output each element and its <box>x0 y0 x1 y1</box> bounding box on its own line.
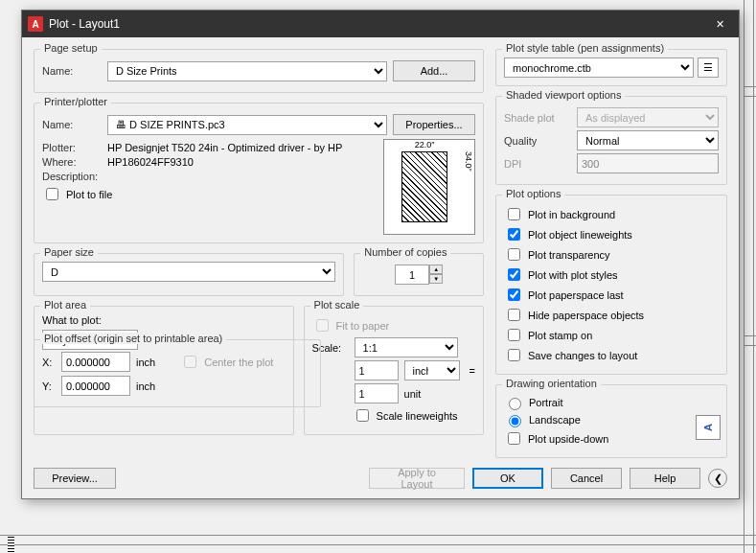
plot-offset-legend: Plot offset (origin set to printable are… <box>40 333 226 344</box>
portrait-radio[interactable]: Portrait <box>504 395 719 410</box>
close-button[interactable]: ✕ <box>700 11 739 37</box>
inch-label-x: inch <box>136 357 155 368</box>
plot-scale-legend: Plot scale <box>310 299 364 311</box>
plot-paperspace-last-check[interactable]: Plot paperspace last <box>504 286 719 304</box>
plot-background-check[interactable]: Plot in background <box>504 205 719 223</box>
copies-legend: Number of copies <box>360 246 450 258</box>
app-icon: A <box>28 16 43 32</box>
plot-scale-group: Plot scale Fit to paper Scale:1:1 inches… <box>304 306 484 435</box>
expand-button[interactable]: ❮ <box>708 469 727 488</box>
plot-style-legend: Plot style table (pen assignments) <box>502 42 668 54</box>
scale-unit-select[interactable]: inches <box>404 360 460 380</box>
title: Plot - Layout1 <box>49 17 700 31</box>
quality-label: Quality <box>504 135 571 147</box>
dpi-label: DPI <box>504 158 571 170</box>
paper-legend: Paper size <box>40 246 98 258</box>
page-setup-legend: Page setup <box>40 42 102 54</box>
printer-name-label: Name: <box>42 119 102 130</box>
landscape-radio[interactable]: Landscape <box>504 412 719 427</box>
inch-label-y: inch <box>136 380 155 392</box>
shaded-viewport-group: Shaded viewport options Shade plotAs dis… <box>495 96 727 185</box>
orientation-icon: A <box>696 415 721 440</box>
copies-input[interactable] <box>395 265 429 285</box>
what-to-plot-label: What to plot: <box>42 314 286 326</box>
scale-lineweights-check[interactable]: Scale lineweights <box>353 406 475 425</box>
shaded-legend: Shaded viewport options <box>502 89 625 101</box>
chevron-left-icon: ❮ <box>714 472 722 485</box>
plotter-label: Plotter: <box>42 142 102 153</box>
orientation-legend: Drawing orientation <box>502 378 601 389</box>
page-setup-name-select[interactable]: D Size Prints <box>107 61 387 81</box>
plot-lineweights-check[interactable]: Plot object lineweights <box>504 225 719 243</box>
hide-paperspace-check[interactable]: Hide paperspace objects <box>504 306 719 324</box>
copies-group: Number of copies ▲▼ <box>354 253 484 296</box>
fit-to-paper-check[interactable]: Fit to paper <box>312 316 475 334</box>
plotter-value: HP Designjet T520 24in - Optimized drive… <box>107 142 342 153</box>
table-icon: ☰ <box>703 61 713 74</box>
ok-button[interactable]: OK <box>472 468 543 489</box>
center-plot-check[interactable]: Center the plot <box>180 353 273 371</box>
titlebar[interactable]: A Plot - Layout1 ✕ <box>22 11 739 37</box>
paper-size-group: Paper size D <box>34 253 344 296</box>
shade-plot-select: As displayed <box>577 107 719 127</box>
plot-area-legend: Plot area <box>40 299 90 311</box>
paper-preview: 22.0″ 34.0″ <box>383 139 475 235</box>
save-changes-check[interactable]: Save changes to layout <box>504 346 719 364</box>
edit-plot-style-button[interactable]: ☰ <box>698 58 719 78</box>
scale-val1-input[interactable] <box>355 360 399 380</box>
plot-styles-check[interactable]: Plot with plot styles <box>504 265 719 284</box>
plot-to-file-check[interactable]: Plot to file <box>42 185 376 203</box>
where-label: Where: <box>42 156 102 168</box>
name-label: Name: <box>42 65 102 77</box>
preview-width: 22.0″ <box>401 140 447 150</box>
printer-group: Printer/plotter Name: 🖶 D SIZE PRINTS.pc… <box>34 103 484 243</box>
footer: Preview... Apply to Layout OK Cancel Hel… <box>22 468 739 498</box>
offset-x-input[interactable] <box>61 352 130 372</box>
where-value: HP186024FF9310 <box>107 156 194 168</box>
copies-spinner[interactable]: ▲▼ <box>395 265 443 285</box>
equals: = <box>470 365 475 377</box>
paper-size-select[interactable]: D <box>42 262 335 282</box>
dpi-input <box>577 153 719 173</box>
shade-plot-label: Shade plot <box>504 112 571 124</box>
plot-options-legend: Plot options <box>502 188 564 199</box>
y-label: Y: <box>42 380 56 392</box>
properties-button[interactable]: Properties... <box>393 114 475 135</box>
spin-up-icon[interactable]: ▲ <box>429 265 443 274</box>
spin-down-icon[interactable]: ▼ <box>429 274 443 284</box>
plot-dialog: A Plot - Layout1 ✕ Page setup Name: D Si… <box>21 10 740 499</box>
plot-transparency-check[interactable]: Plot transparency <box>504 245 719 264</box>
orientation-group: Drawing orientation Portrait Landscape P… <box>495 384 727 458</box>
printer-name-select[interactable]: 🖶 D SIZE PRINTS.pc3 <box>107 115 387 135</box>
close-icon: ✕ <box>716 18 724 31</box>
plot-style-select[interactable]: monochrome.ctb <box>504 58 694 78</box>
apply-to-layout-button: Apply to Layout <box>369 468 465 489</box>
plot-style-group: Plot style table (pen assignments) monoc… <box>495 49 727 86</box>
quality-select[interactable]: Normal <box>577 130 719 150</box>
plot-offset-group: Plot offset (origin set to printable are… <box>34 339 321 407</box>
x-label: X: <box>42 357 56 368</box>
upside-down-check[interactable]: Plot upside-down <box>504 429 719 448</box>
preview-sheet <box>401 151 447 222</box>
printer-legend: Printer/plotter <box>40 96 111 107</box>
unit-label: unit <box>404 388 422 400</box>
offset-y-input[interactable] <box>61 376 130 396</box>
preview-height: 34.0″ <box>464 151 473 172</box>
help-button[interactable]: Help <box>630 468 700 489</box>
preview-button[interactable]: Preview... <box>34 468 116 489</box>
cancel-button[interactable]: Cancel <box>551 468 622 489</box>
scale-select[interactable]: 1:1 <box>355 337 458 357</box>
scale-val2-input[interactable] <box>355 383 399 403</box>
desc-label: Description: <box>42 171 102 182</box>
plot-stamp-check[interactable]: Plot stamp on <box>504 326 719 344</box>
plot-options-group: Plot options Plot in background Plot obj… <box>495 195 727 375</box>
page-setup-group: Page setup Name: D Size Prints Add... <box>34 49 484 93</box>
add-button[interactable]: Add... <box>393 60 475 81</box>
